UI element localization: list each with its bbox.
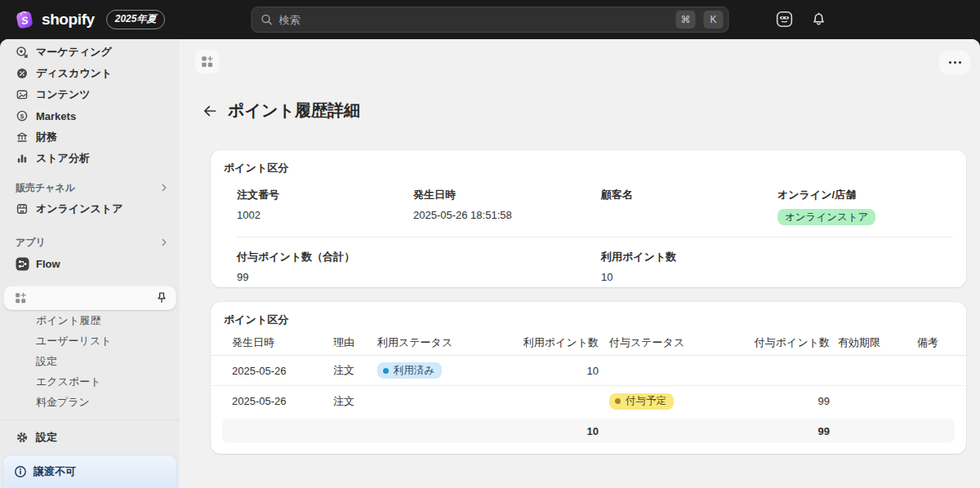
gear-icon bbox=[16, 431, 29, 444]
back-arrow-icon[interactable] bbox=[201, 102, 219, 120]
sidebar-item-label: Markets bbox=[36, 110, 76, 122]
sidebar-item-finance[interactable]: 財務 bbox=[3, 126, 176, 148]
topbar: S shopify 2025年夏 ⌘ K bbox=[0, 0, 980, 39]
col-header-note: 備考 bbox=[906, 335, 953, 350]
brand-wordmark: shopify bbox=[42, 11, 95, 29]
svg-text:$: $ bbox=[20, 113, 24, 120]
page-title: ポイント履歴詳細 bbox=[228, 100, 360, 122]
field-value: 1002 bbox=[237, 209, 413, 222]
cell-date: 2025-05-26 bbox=[232, 395, 333, 407]
bar-chart-icon bbox=[16, 152, 29, 165]
chevron-right-icon bbox=[158, 237, 170, 248]
field-label: オンライン/店舗 bbox=[777, 188, 953, 202]
subitem-label: ユーザーリスト bbox=[36, 334, 112, 348]
apps-header[interactable]: アプリ bbox=[3, 232, 176, 253]
pin-icon[interactable] bbox=[155, 291, 168, 304]
sidebar-item-label: ディスカウント bbox=[36, 66, 112, 81]
sidebar-item-label: マーケティング bbox=[36, 45, 112, 60]
sales-channels-header[interactable]: 販売チャネル bbox=[3, 177, 176, 198]
total-grant-points: 99 bbox=[725, 425, 830, 437]
scheduled-grant-badge: 付与予定 bbox=[609, 393, 674, 410]
marketing-icon bbox=[16, 46, 29, 59]
used-status-badge: 利用済み bbox=[377, 362, 442, 379]
section-label: アプリ bbox=[16, 236, 46, 250]
sidebar-item-content[interactable]: コンテンツ bbox=[3, 84, 176, 105]
app-placeholder-icon bbox=[15, 292, 27, 304]
sidebar-subitem-pricing-plan[interactable]: 料金プラン bbox=[0, 392, 180, 412]
k-key: K bbox=[704, 11, 724, 29]
divider bbox=[237, 237, 953, 237]
field-customer-name: 顧客名 bbox=[601, 188, 777, 225]
sidebar-item-label: コンテンツ bbox=[36, 87, 91, 102]
page-heading: ポイント履歴詳細 bbox=[201, 100, 360, 122]
yellow-dot-icon bbox=[615, 398, 621, 404]
subitem-label: 設定 bbox=[36, 354, 57, 369]
transfer-banner-label: 譲渡不可 bbox=[33, 464, 76, 479]
cell-reason: 注文 bbox=[333, 363, 377, 378]
col-header-grant-points: 付与ポイント数 bbox=[725, 335, 830, 350]
store-avatar-icon[interactable] bbox=[776, 11, 793, 28]
flow-app-icon bbox=[16, 257, 29, 270]
badge-label: 付与予定 bbox=[626, 395, 666, 407]
subitem-label: エクスポート bbox=[36, 375, 101, 389]
sidebar-item-online-store[interactable]: オンラインストア bbox=[3, 198, 176, 220]
subitem-label: ポイント履歴 bbox=[36, 313, 100, 328]
bank-icon bbox=[16, 131, 29, 144]
card-title: ポイント区分 bbox=[211, 302, 966, 327]
ellipsis-dot bbox=[959, 61, 961, 64]
summary-fields-row2: 付与ポイント数（合計） 99 利用ポイント数 10 bbox=[237, 250, 953, 284]
table-row[interactable]: 2025-05-26 注文 付与予定 99 bbox=[211, 386, 966, 416]
blue-dot-icon bbox=[383, 368, 389, 374]
subitem-label: 料金プラン bbox=[36, 395, 90, 410]
content-image-icon bbox=[16, 88, 29, 101]
col-header-reason: 理由 bbox=[333, 335, 377, 350]
field-value: 99 bbox=[237, 271, 413, 284]
sidebar-subitem-settings[interactable]: 設定 bbox=[0, 351, 180, 371]
table-row[interactable]: 2025-05-26 注文 利用済み 10 bbox=[211, 356, 966, 386]
cell-use-status: 利用済み bbox=[377, 362, 523, 379]
detail-card: ポイント区分 発生日時 理由 利用ステータス 利用ポイント数 付与ステータス 付… bbox=[211, 302, 966, 454]
sidebar-item-settings[interactable]: 設定 bbox=[3, 427, 176, 448]
more-actions-button[interactable] bbox=[939, 51, 970, 74]
app-frame: マーケティング ディスカウント bbox=[0, 39, 980, 488]
global-search[interactable]: ⌘ K bbox=[252, 7, 729, 33]
shopify-brand[interactable]: S shopify 2025年夏 bbox=[13, 0, 165, 39]
globe-dollar-icon: $ bbox=[16, 109, 29, 122]
app-breadcrumb-chip[interactable] bbox=[195, 50, 219, 73]
cell-grant-points: 99 bbox=[725, 395, 830, 407]
sidebar-subitem-user-list[interactable]: ユーザーリスト bbox=[0, 331, 180, 351]
field-value: 10 bbox=[601, 271, 777, 284]
sidebar-subitem-point-history[interactable]: ポイント履歴 bbox=[0, 310, 180, 331]
ellipsis-dot bbox=[949, 61, 951, 64]
sidebar-item-analytics[interactable]: ストア分析 bbox=[3, 148, 176, 169]
field-channel: オンライン/店舗 オンラインストア bbox=[777, 188, 953, 225]
app-placeholder-icon bbox=[201, 55, 214, 69]
sidebar-item-points-app[interactable] bbox=[3, 286, 176, 310]
section-label: 販売チャネル bbox=[16, 181, 75, 195]
cell-date: 2025-05-26 bbox=[232, 365, 333, 377]
notifications-bell-icon[interactable] bbox=[811, 11, 826, 27]
badge-label: 利用済み bbox=[394, 365, 434, 377]
sidebar-item-marketing[interactable]: マーケティング bbox=[3, 42, 176, 63]
field-used-points: 利用ポイント数 10 bbox=[601, 250, 777, 284]
sidebar-footer: 設定 譲渡不可 bbox=[0, 419, 180, 488]
sidebar: マーケティング ディスカウント bbox=[0, 39, 180, 488]
summary-card: ポイント区分 注文番号 1002 発生日時 2025-05-26 18:51:5… bbox=[211, 150, 966, 287]
search-input[interactable] bbox=[279, 14, 668, 26]
col-header-date: 発生日時 bbox=[232, 335, 333, 350]
cell-use-points: 10 bbox=[523, 365, 599, 377]
ellipsis-dot bbox=[954, 61, 956, 64]
edition-badge[interactable]: 2025年夏 bbox=[106, 10, 166, 29]
transfer-banner[interactable]: 譲渡不可 bbox=[2, 455, 177, 488]
sidebar-item-flow[interactable]: Flow bbox=[3, 253, 176, 274]
sidebar-item-label: 財務 bbox=[36, 130, 57, 144]
field-label: 利用ポイント数 bbox=[601, 250, 777, 264]
total-use-points: 10 bbox=[523, 425, 599, 437]
sidebar-item-label: Flow bbox=[36, 258, 60, 270]
sidebar-item-discounts[interactable]: ディスカウント bbox=[3, 63, 176, 84]
spacer bbox=[413, 250, 601, 284]
sidebar-subitem-export[interactable]: エクスポート bbox=[0, 371, 180, 392]
summary-fields-row1: 注文番号 1002 発生日時 2025-05-26 18:51:58 顧客名 オ… bbox=[237, 188, 953, 225]
shopify-logo-icon: S bbox=[13, 7, 36, 32]
sidebar-item-markets[interactable]: $ Markets bbox=[3, 105, 176, 126]
